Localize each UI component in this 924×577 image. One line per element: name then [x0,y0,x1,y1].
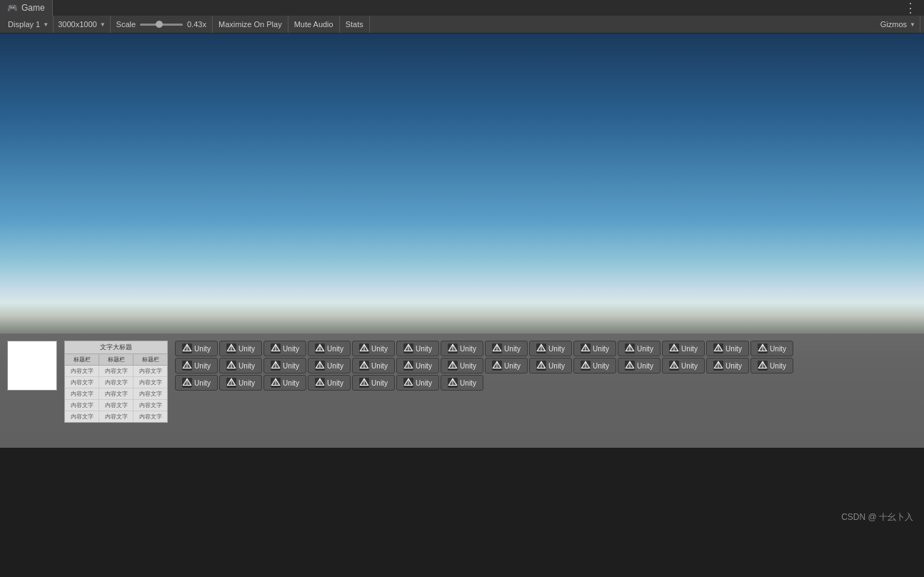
scale-value-label: 0.43x [187,20,206,29]
unity-button-label: Unity [238,345,255,353]
table-row: 内容文字 内容文字 内容文字 [65,411,167,422]
table-cell: 内容文字 [65,400,99,411]
unity-button[interactable]: Unity [263,375,306,391]
table-header-1: 标题栏 [99,354,134,365]
unity-button-label: Unity [194,345,211,353]
unity-button[interactable]: Unity [308,358,351,373]
game-tab-label: Game [21,3,45,13]
ui-panel: 文字大标题 标题栏 标题栏 标题栏 内容文字 内容文字 内容文字 内容文字 内容… [0,333,924,448]
unity-button-label: Unity [637,345,653,353]
unity-button[interactable]: Unity [529,358,572,373]
game-tab[interactable]: 🎮 Game [0,0,53,16]
unity-button[interactable]: Unity [308,375,351,391]
unity-button[interactable]: Unity [219,358,262,373]
unity-button[interactable]: Unity [750,341,793,356]
unity-button[interactable]: Unity [175,358,218,373]
game-view: 文字大标题 标题栏 标题栏 标题栏 内容文字 内容文字 内容文字 内容文字 内容… [0,34,924,448]
unity-button[interactable]: Unity [485,358,528,373]
unity-button[interactable]: Unity [706,341,749,356]
gizmos-dropdown[interactable]: Gizmos ▼ [876,16,920,33]
unity-button[interactable]: Unity [573,358,616,373]
scale-text-label: Scale [116,20,136,29]
unity-row-3: Unity Unity Unity [175,375,917,391]
unity-button[interactable]: Unity [441,341,483,356]
gizmos-label: Gizmos [880,20,907,29]
unity-button[interactable]: Unity [618,358,661,373]
unity-button[interactable]: Unity [485,341,528,356]
unity-button[interactable]: Unity [573,341,616,356]
display-label: Display 1 [8,20,40,29]
unity-button[interactable]: Unity [662,341,705,356]
unity-button-label: Unity [194,362,211,370]
table-header-0: 标题栏 [65,354,99,365]
image-widget [7,341,57,391]
unity-button[interactable]: Unity [396,375,439,391]
display-dropdown[interactable]: Display 1 ▼ [4,16,54,33]
table-header-2: 标题栏 [134,354,167,365]
unity-button[interactable]: Unity [396,341,439,356]
unity-button-label: Unity [371,379,388,387]
table-row: 内容文字 内容文字 内容文字 [65,366,167,377]
table-cell: 内容文字 [99,400,134,411]
unity-button[interactable]: Unity [352,341,395,356]
unity-row-1: Unity Unity Unity [175,341,917,356]
unity-button-label: Unity [548,362,565,370]
scale-slider[interactable] [140,24,183,26]
unity-button[interactable]: Unity [175,375,218,391]
unity-button-label: Unity [548,345,565,353]
unity-button[interactable]: Unity [308,341,351,356]
unity-button-label: Unity [238,362,255,370]
csdn-watermark: CSDN @ 十幺卜入 [841,511,913,523]
resolution-chevron-icon: ▼ [100,21,106,28]
unity-button[interactable]: Unity [219,375,262,391]
unity-button[interactable]: Unity [219,341,262,356]
unity-button-label: Unity [416,362,432,370]
unity-button[interactable]: Unity [441,375,483,391]
game-tab-icon: 🎮 [7,3,18,13]
unity-button[interactable]: Unity [441,358,483,373]
table-cell: 内容文字 [134,388,167,399]
unity-button-label: Unity [416,345,432,353]
unity-button-label: Unity [593,362,609,370]
unity-button-label: Unity [327,379,343,387]
unity-button-label: Unity [283,345,299,353]
unity-button[interactable]: Unity [750,358,793,373]
unity-button-label: Unity [725,362,742,370]
tab-more-button[interactable]: ⋮ [897,0,924,16]
unity-button-label: Unity [770,362,786,370]
unity-button-label: Unity [283,362,299,370]
toolbar: Display 1 ▼ 3000x1000 ▼ Scale 0.43x Maxi… [0,16,924,34]
unity-button[interactable]: Unity [175,341,218,356]
scale-section: Scale 0.43x [111,16,213,33]
table-cell: 内容文字 [134,400,167,411]
maximize-on-play-button[interactable]: Maximize On Play [213,16,288,33]
table-cell: 内容文字 [65,388,99,399]
table-row: 内容文字 内容文字 内容文字 [65,377,167,388]
unity-button[interactable]: Unity [618,341,661,356]
table-row: 内容文字 内容文字 内容文字 [65,388,167,400]
unity-button-label: Unity [681,362,698,370]
unity-button[interactable]: Unity [352,375,395,391]
unity-button[interactable]: Unity [529,341,572,356]
mute-audio-button[interactable]: Mute Audio [288,16,340,33]
unity-button-label: Unity [283,379,299,387]
unity-button-label: Unity [593,345,609,353]
unity-button-label: Unity [504,362,521,370]
tab-bar: 🎮 Game ⋮ [0,0,924,16]
resolution-dropdown[interactable]: 3000x1000 ▼ [54,16,110,33]
unity-button-label: Unity [371,362,388,370]
unity-button[interactable]: Unity [263,341,306,356]
unity-button[interactable]: Unity [662,358,705,373]
unity-button[interactable]: Unity [706,358,749,373]
stats-button[interactable]: Stats [340,16,370,33]
table-cell: 内容文字 [134,377,167,388]
unity-button[interactable]: Unity [352,358,395,373]
unity-button[interactable]: Unity [396,358,439,373]
unity-button-label: Unity [681,345,698,353]
unity-button-label: Unity [327,362,343,370]
unity-button[interactable]: Unity [263,358,306,373]
unity-button-label: Unity [460,345,476,353]
unity-button-label: Unity [371,345,388,353]
unity-button-label: Unity [504,345,521,353]
table-cell: 内容文字 [134,366,167,376]
